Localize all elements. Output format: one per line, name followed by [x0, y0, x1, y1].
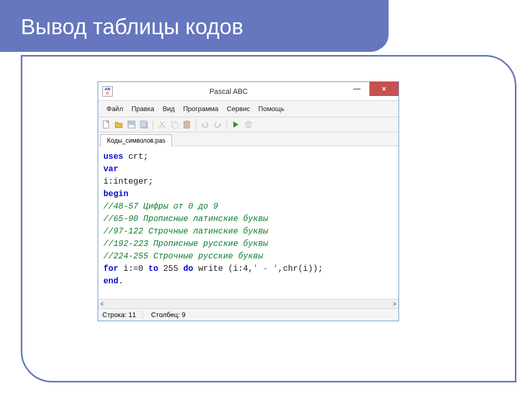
menu-service[interactable]: Сервис	[223, 104, 255, 114]
copy-icon[interactable]	[169, 119, 180, 130]
slide-title: Вывод таблицы кодов	[0, 0, 389, 53]
content-frame: AB C Pascal ABC — × Файл Правка Вид Прог…	[21, 55, 516, 382]
code-keyword: var	[103, 164, 118, 174]
toolbar: STOP	[98, 117, 398, 132]
scroll-left-icon[interactable]: <	[100, 300, 104, 308]
svg-text:STOP: STOP	[244, 123, 252, 127]
code-comment: //48-57 Цифры от 0 до 9	[103, 202, 218, 211]
stop-icon[interactable]: STOP	[243, 119, 254, 130]
code-editor[interactable]: uses crt; var i:integer; begin //48-57 Ц…	[98, 146, 398, 299]
svg-rect-2	[129, 125, 134, 128]
run-icon[interactable]	[231, 119, 241, 130]
pascal-abc-window: AB C Pascal ABC — × Файл Правка Вид Прог…	[98, 81, 399, 321]
code-comment: //224-255 Строчные русские буквы	[103, 252, 263, 261]
open-file-icon[interactable]	[114, 119, 124, 130]
svg-rect-10	[185, 121, 188, 122]
close-button[interactable]: ×	[369, 81, 398, 96]
menubar: Файл Правка Вид Программа Сервис Помощь	[98, 101, 398, 117]
code-comment: //97-122 Строчные латинские буквы	[103, 227, 268, 236]
app-icon: AB C	[102, 86, 113, 97]
status-col: Столбец: 9	[151, 311, 192, 319]
slide-title-text: Вывод таблицы кодов	[21, 15, 243, 39]
menu-edit[interactable]: Правка	[127, 104, 158, 114]
tab-bar: Коды_символов.pas	[98, 132, 398, 146]
scroll-right-icon[interactable]: >	[393, 300, 396, 308]
save-icon[interactable]	[126, 119, 137, 130]
menu-file[interactable]: Файл	[102, 104, 127, 114]
file-tab[interactable]: Коды_символов.pas	[100, 134, 172, 146]
new-file-icon[interactable]	[101, 119, 112, 130]
minimize-button[interactable]: —	[344, 81, 369, 96]
code-keyword: begin	[103, 189, 128, 199]
undo-icon[interactable]	[200, 119, 210, 130]
paste-icon[interactable]	[182, 119, 192, 130]
window-title: Pascal ABC	[113, 87, 344, 95]
svg-rect-8	[173, 123, 178, 128]
window-titlebar[interactable]: AB C Pascal ABC — ×	[98, 82, 398, 101]
menu-help[interactable]: Помощь	[254, 104, 288, 114]
cut-icon[interactable]	[157, 119, 167, 130]
save-all-icon[interactable]	[139, 119, 149, 130]
redo-icon[interactable]	[212, 119, 223, 130]
menu-program[interactable]: Программа	[179, 104, 222, 114]
menu-view[interactable]: Вид	[158, 104, 179, 114]
status-bar: Строка: 11 Столбец: 9	[98, 308, 398, 321]
status-row: Строка: 11	[102, 311, 143, 319]
horizontal-scrollbar[interactable]: < >	[98, 299, 398, 308]
code-keyword: uses	[103, 152, 123, 161]
code-comment: //192-223 Прописные русские буквы	[103, 239, 268, 249]
svg-rect-4	[140, 121, 147, 127]
code-comment: //65-90 Прописные латинские буквы	[103, 214, 268, 224]
